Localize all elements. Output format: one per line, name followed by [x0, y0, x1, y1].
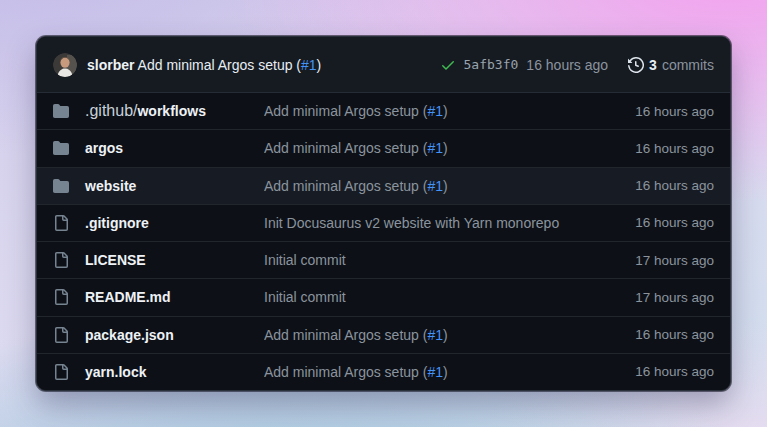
file-link[interactable]: package.json: [85, 327, 174, 343]
folder-icon: [53, 103, 69, 119]
commit-time: 17 hours ago: [635, 253, 714, 268]
commit-time: 16 hours ago: [635, 215, 714, 230]
avatar-image: [53, 53, 77, 77]
file-link[interactable]: website: [85, 178, 136, 194]
commit-history-link[interactable]: 3 commits: [628, 57, 714, 73]
latest-commit-header: slorber Add minimal Argos setup (#1) 5af…: [37, 37, 730, 93]
history-icon: [628, 57, 644, 73]
pr-link[interactable]: #1: [427, 327, 443, 343]
table-row[interactable]: .github/workflows Add minimal Argos setu…: [37, 93, 730, 129]
file-name: argos: [85, 139, 248, 157]
file-path-prefix-link[interactable]: .github/: [85, 102, 137, 119]
file-link[interactable]: yarn.lock: [85, 364, 146, 380]
file-icon: [53, 364, 69, 380]
file-link[interactable]: README.md: [85, 289, 171, 305]
check-icon[interactable]: [440, 57, 456, 73]
table-row[interactable]: argos Add minimal Argos setup (#1) 16 ho…: [37, 129, 730, 166]
file-link[interactable]: workflows: [137, 103, 205, 119]
table-row[interactable]: .gitignore Init Docusaurus v2 website wi…: [37, 204, 730, 241]
commit-time: 16 hours ago: [635, 141, 714, 156]
commit-message: Initial commit: [264, 289, 619, 305]
commit-time: 16 hours ago: [635, 364, 714, 379]
file-name: .github/workflows: [85, 102, 248, 120]
commit-message: Init Docusaurus v2 website with Yarn mon…: [264, 215, 619, 231]
commit-time: 16 hours ago: [635, 178, 714, 193]
commit-time: 16 hours ago: [526, 57, 608, 73]
table-row[interactable]: website Add minimal Argos setup (#1) 16 …: [37, 167, 730, 204]
commit-author-link[interactable]: slorber: [87, 57, 134, 73]
file-name: package.json: [85, 326, 248, 344]
commit-message-text: Add minimal Argos setup (: [138, 57, 301, 73]
repo-file-browser: slorber Add minimal Argos setup (#1) 5af…: [36, 36, 731, 391]
commit-message: Add minimal Argos setup (#1): [264, 178, 619, 194]
pr-link[interactable]: #1: [427, 103, 443, 119]
pr-link[interactable]: #1: [427, 178, 443, 194]
commit-message: Add minimal Argos setup (#1): [264, 103, 619, 119]
pr-link[interactable]: #1: [427, 140, 443, 156]
file-name: README.md: [85, 288, 248, 306]
commit-message: Initial commit: [264, 252, 619, 268]
file-link[interactable]: argos: [85, 140, 123, 156]
commits-label: commits: [662, 57, 714, 73]
commit-summary: slorber Add minimal Argos setup (#1): [87, 57, 321, 73]
commit-time: 16 hours ago: [635, 104, 714, 119]
file-icon: [53, 252, 69, 268]
table-row[interactable]: package.json Add minimal Argos setup (#1…: [37, 316, 730, 353]
commit-hash-link[interactable]: 5afb3f0: [464, 57, 519, 72]
table-row[interactable]: yarn.lock Add minimal Argos setup (#1) 1…: [37, 353, 730, 390]
commit-meta: 5afb3f0 16 hours ago 3 commits: [440, 57, 714, 73]
folder-icon: [53, 178, 69, 194]
file-icon: [53, 215, 69, 231]
folder-icon: [53, 140, 69, 156]
file-name: LICENSE: [85, 251, 248, 269]
commit-time: 16 hours ago: [635, 327, 714, 342]
commit-time: 17 hours ago: [635, 290, 714, 305]
pr-link[interactable]: #1: [301, 57, 317, 73]
file-name: website: [85, 177, 248, 195]
pr-link[interactable]: #1: [427, 364, 443, 380]
file-table: .github/workflows Add minimal Argos setu…: [37, 93, 730, 390]
file-name: .gitignore: [85, 214, 248, 232]
file-link[interactable]: .gitignore: [85, 215, 149, 231]
commits-count: 3: [649, 57, 657, 73]
file-name: yarn.lock: [85, 363, 248, 381]
file-link[interactable]: LICENSE: [85, 252, 146, 268]
file-icon: [53, 327, 69, 343]
commit-message: Add minimal Argos setup (#1): [264, 140, 619, 156]
file-icon: [53, 289, 69, 305]
table-row[interactable]: README.md Initial commit 17 hours ago: [37, 278, 730, 315]
commit-message: Add minimal Argos setup (#1): [264, 327, 619, 343]
commit-message: Add minimal Argos setup (#1): [264, 364, 619, 380]
user-avatar[interactable]: [53, 53, 77, 77]
table-row[interactable]: LICENSE Initial commit 17 hours ago: [37, 241, 730, 278]
